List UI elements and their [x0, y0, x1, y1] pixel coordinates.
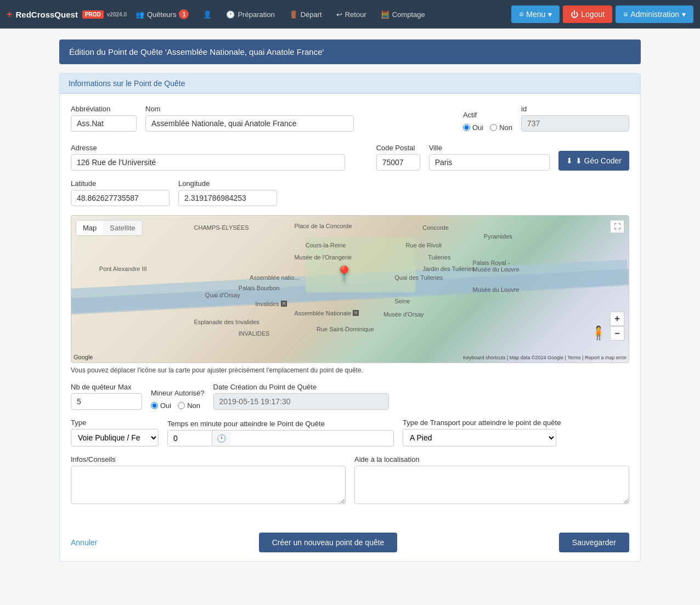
map-hint-text: Vous pouvez déplacer l'icône sur la cart…: [71, 366, 629, 374]
group-type: Type Voie Publique / Fe Église Marché Au…: [71, 419, 159, 446]
nom-input[interactable]: [145, 115, 354, 132]
map-label-champs: CHAMPS-ÉLYSÉES: [194, 224, 249, 231]
logout-button[interactable]: ⏻ Logout: [563, 5, 612, 23]
date-creation-label: Date Création du Point de Quête: [213, 383, 629, 391]
clock-button[interactable]: 🕐: [212, 431, 230, 446]
nav-depart[interactable]: 🚪 Départ: [284, 7, 328, 22]
zoom-in-button[interactable]: +: [610, 312, 624, 326]
form-row-1: Abbréviation Nom Actif Oui: [71, 105, 629, 132]
latitude-label: Latitude: [71, 179, 170, 188]
card-header: Informations sur le Point de Quête: [60, 73, 640, 94]
group-geocoder: - ⬇ ⬇ Géo Coder: [558, 140, 629, 171]
infos-textarea[interactable]: [71, 466, 346, 504]
aide-label: Aide à la localisation: [354, 455, 629, 463]
geocoder-button[interactable]: ⬇ ⬇ Géo Coder: [558, 151, 629, 171]
mineur-non-label[interactable]: Non: [178, 402, 200, 410]
id-input: [521, 115, 629, 132]
form-row-5: Type Voie Publique / Fe Église Marché Au…: [71, 419, 629, 446]
temps-input-wrap: 🕐: [167, 430, 394, 446]
annuler-button[interactable]: Annuler: [71, 538, 97, 547]
version: v2024.0: [107, 12, 127, 18]
form-row-2: Adresse Code Postal Ville - ⬇ ⬇ Géo Code…: [71, 140, 629, 171]
map-label-pont-alex: Pont Alexandre III: [99, 265, 147, 272]
form-row-4: Nb de quêteur Max Mineur Autorisé? Oui N…: [71, 383, 629, 410]
group-transport: Type de Transport pour atteindre le poin…: [403, 419, 629, 446]
map-label-palais: Palais Bourbon: [239, 285, 280, 291]
prod-badge: PROD: [82, 10, 104, 19]
form-row-6: Infos/Conseils Aide à la localisation: [71, 455, 629, 504]
mineur-oui-radio[interactable]: [151, 402, 158, 409]
actif-oui-text: Oui: [472, 123, 483, 132]
group-abbreviation: Abbréviation: [71, 105, 137, 132]
create-button[interactable]: Créer un nouveau point de quête: [259, 533, 398, 552]
mineur-non-radio[interactable]: [178, 402, 185, 409]
aide-textarea[interactable]: [354, 466, 629, 504]
ville-input[interactable]: [429, 154, 550, 171]
actif-oui-radio[interactable]: [463, 124, 470, 131]
temps-input[interactable]: [168, 431, 212, 446]
actif-non-label[interactable]: Non: [490, 123, 512, 132]
map-tab-map[interactable]: Map: [76, 220, 103, 235]
group-longitude: Longitude: [178, 179, 277, 206]
group-nom: Nom: [145, 105, 454, 132]
brand: + RedCrossQuest PROD v2024.0: [7, 9, 127, 20]
comptage-icon: 🧮: [381, 10, 389, 19]
mineur-oui-label[interactable]: Oui: [151, 402, 171, 410]
nav-comptage-label: Comptage: [392, 10, 425, 19]
nav-comptage[interactable]: 🧮 Comptage: [375, 7, 431, 22]
group-temps: Temps en minute pour atteindre le Point …: [167, 420, 394, 446]
queteurs-icon: 👥: [136, 10, 144, 19]
longitude-input[interactable]: [178, 190, 277, 206]
latitude-input[interactable]: [71, 190, 170, 206]
zoom-out-button[interactable]: −: [610, 326, 624, 341]
group-infos: Infos/Conseils: [71, 455, 346, 504]
abbreviation-label: Abbréviation: [71, 105, 137, 113]
type-select[interactable]: Voie Publique / Fe Église Marché Autre: [71, 429, 159, 446]
nav-user[interactable]: 👤: [197, 7, 217, 22]
transport-label: Type de Transport pour atteindre le poin…: [403, 419, 629, 427]
admin-button[interactable]: ≡ Administration ▾: [616, 5, 693, 23]
admin-chevron: ▾: [682, 10, 686, 19]
actif-non-radio[interactable]: [490, 124, 497, 131]
map-pin: 📍: [335, 265, 354, 283]
adresse-input[interactable]: [71, 154, 345, 171]
map-container[interactable]: CHAMPS-ÉLYSÉES Place de la Concorde Conc…: [71, 215, 629, 363]
codepostal-label: Code Postal: [376, 144, 420, 152]
menu-button[interactable]: ≡ Menu ▾: [511, 5, 560, 23]
nb-queteur-input[interactable]: [71, 393, 142, 410]
abbreviation-input[interactable]: [71, 115, 137, 132]
depart-icon: 🚪: [289, 10, 298, 19]
user-icon: 👤: [203, 10, 212, 19]
mineur-oui-text: Oui: [160, 402, 171, 410]
map-label-rivoli: Rue de Rivoli: [406, 242, 442, 248]
nav-queteurs[interactable]: 👥 Quêteurs 1: [130, 6, 194, 22]
navbar: + RedCrossQuest PROD v2024.0 👥 Quêteurs …: [0, 0, 700, 29]
codepostal-input[interactable]: [376, 154, 420, 171]
save-button[interactable]: Sauvegarder: [559, 533, 629, 552]
nb-queteur-label: Nb de quêteur Max: [71, 383, 142, 391]
map-tab-satellite[interactable]: Satellite: [103, 220, 142, 235]
actif-oui-label[interactable]: Oui: [463, 123, 483, 132]
map-label-stdominique: Rue Saint-Dominique: [317, 326, 374, 332]
nom-label: Nom: [145, 105, 454, 113]
form-card: Informations sur le Point de Quête Abbré…: [59, 73, 641, 562]
group-codepostal: Code Postal: [376, 144, 420, 171]
actif-radio-group: Oui Non: [463, 123, 512, 132]
transport-select[interactable]: A Pied Vélo Voiture Transport en commun: [403, 429, 556, 446]
map-label-quat: Quai des Tuileries: [394, 274, 443, 281]
geocoder-label: ⬇ Géo Coder: [575, 156, 622, 165]
id-label: id: [521, 105, 629, 113]
nav-preparation-label: Préparation: [238, 10, 274, 19]
group-ville: Ville: [429, 144, 550, 171]
group-date-creation: Date Création du Point de Quête: [213, 383, 629, 410]
map-fullscreen[interactable]: ⛶: [610, 220, 624, 233]
actif-non-text: Non: [499, 123, 512, 132]
nav-preparation[interactable]: 🕐 Préparation: [221, 7, 280, 22]
group-id: id: [521, 105, 629, 132]
map-label-esplanade: Esplanade des Invalides: [194, 319, 259, 325]
page-content: Édition du Point de Quête 'Assemblée Nat…: [48, 29, 652, 581]
map-label-pyramides: Pyramides: [484, 233, 512, 240]
group-latitude: Latitude: [71, 179, 170, 206]
map-zoom: + −: [610, 312, 624, 341]
nav-retour[interactable]: ↩ Retour: [331, 7, 372, 22]
